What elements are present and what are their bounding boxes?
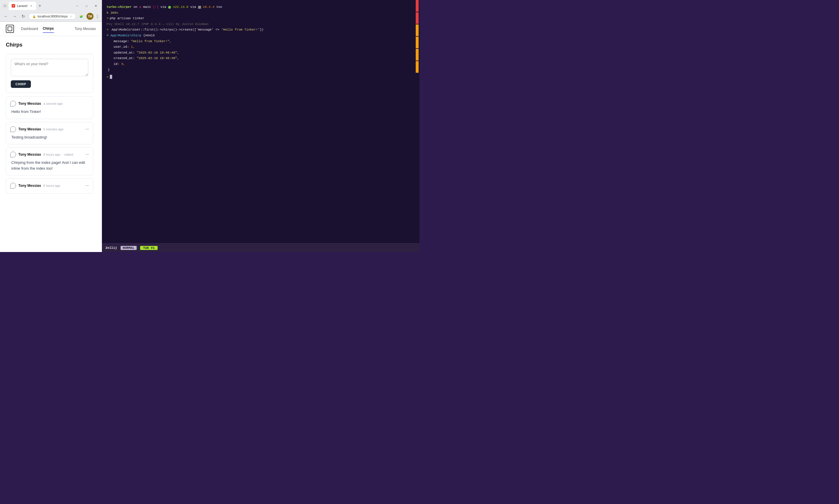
bar-red2 (416, 12, 418, 24)
terminal-cmd2-user: App\Models\User::first()->chirps()->crea… (110, 28, 223, 33)
tab-bar: ▾ ⚡ Laravel × + − □ × (2, 2, 99, 10)
chirp-menu-btn[interactable]: ··· (85, 127, 89, 131)
terminal-prompt: > (107, 16, 109, 21)
tab-close-btn[interactable]: × (29, 4, 33, 8)
address-bar-row: ← → ↻ 🔒 localhost:8000/chirps ☆ 🧩 TM ⋮ (2, 12, 99, 21)
terminal-prompt2: > (107, 28, 109, 33)
chirp-menu-btn[interactable]: ··· (85, 152, 89, 157)
chirp-time: a second ago (44, 102, 63, 105)
term-too: too (217, 5, 222, 10)
tab-dropdown-btn[interactable]: ▾ (2, 3, 7, 8)
tab-title: Laravel (17, 4, 28, 7)
back-btn[interactable]: ← (2, 13, 9, 20)
term-msg-val: "Hello from Tinker!", (131, 39, 171, 44)
browser-panel: ▾ ⚡ Laravel × + − □ × ← → ↻ 🔒 localho (0, 0, 102, 252)
nav-chirps[interactable]: Chirps (43, 25, 54, 33)
chirp-item: Tony Messias 6 hours ago · edited ··· Ch… (6, 147, 93, 176)
terminal-cmd2-val: Hello from Tinker! (223, 28, 258, 33)
term-ruby-ver: v8.4.4 (201, 5, 217, 10)
sidebar-bars (415, 0, 420, 240)
terminal-line-cmd2: > App\Models\User::first()->chirps()->cr… (107, 28, 415, 33)
chirp-user: Tony Messias (18, 102, 41, 106)
chirp-edited-badge: · edited (63, 153, 73, 156)
term-id-val: 9, (121, 62, 125, 67)
term-class-name: App\Models\Chirp (110, 33, 141, 38)
term-time: 2m5s (110, 11, 118, 16)
page-body: Chirps CHIRP Tony Messias a second ago H… (0, 36, 99, 202)
bar-orange2 (416, 37, 418, 48)
lock-icon: 🔒 (32, 15, 36, 18)
terminal-result-close: } (107, 68, 415, 73)
chat-bubble-icon (10, 151, 16, 158)
status-tab-badge: Tab #1 (140, 246, 158, 250)
bar-red (416, 0, 418, 12)
terminal-result-created: created_at: "2025-02-16 19:48:48", (107, 56, 415, 61)
browser-menu-btn[interactable]: ⋮ (95, 14, 99, 19)
terminal-result-updated: updated_at: "2025-02-16 19:48:48", (107, 50, 415, 56)
chirp-menu-btn[interactable]: ··· (85, 184, 89, 188)
profile-avatar: TM (87, 13, 93, 20)
new-chirp-form: CHIRP (6, 54, 93, 93)
chat-bubble-icon (10, 126, 16, 132)
chirp-user: Tony Messias (18, 184, 41, 188)
terminal-cmd2-close: ']) (258, 28, 264, 33)
chirp-item: Tony Messias 5 minutes ago ··· Testing b… (6, 122, 93, 145)
term-via2: via (190, 5, 198, 10)
address-bar[interactable]: 🔒 localhost:8000/chirps ☆ (29, 13, 76, 19)
terminal-prompt3: > (107, 75, 109, 80)
term-crt-key: created_at: (114, 56, 137, 61)
bar-orange3 (416, 49, 418, 60)
terminal-result-message: message: "Hello from Tinker!", (107, 39, 415, 44)
status-mode-badge: NORMAL (121, 246, 137, 250)
chirp-item: Tony Messias 6 hours ago ··· (6, 178, 93, 194)
term-upd-val: "2025-02-16 19:48:48", (137, 50, 179, 56)
term-via1: via (158, 5, 168, 10)
term-branch: main (141, 5, 153, 10)
chirp-submit-btn[interactable]: CHIRP (11, 80, 31, 88)
terminal-blank-line: > (107, 75, 415, 80)
terminal-cursor (110, 75, 112, 79)
browser-tab[interactable]: ⚡ Laravel × (9, 2, 36, 10)
nav-user: Tony Messias (74, 27, 96, 31)
extensions-btn[interactable]: 🧩 (78, 13, 85, 20)
node-icon (168, 6, 171, 9)
chirp-header: Tony Messias 6 hours ago · edited ··· (10, 151, 89, 158)
terminal-line-psy: Psy Shell v0.12.7 (PHP 8.4.4 — cli) by J… (107, 22, 415, 27)
profile-btn[interactable]: TM (87, 13, 93, 20)
bar-orange4 (416, 61, 418, 73)
terminal-command1: php artisan tinker (110, 16, 144, 21)
forward-btn[interactable]: → (11, 13, 18, 20)
term-upd-key: updated_at: (114, 50, 137, 56)
chat-bubble-icon (10, 101, 16, 107)
window-maximize-btn[interactable]: □ (83, 2, 90, 9)
nav-links: Dashboard Chirps (21, 25, 68, 33)
term-node-ver: v22.14.0 (171, 5, 190, 10)
window-close-btn[interactable]: × (92, 2, 99, 9)
chirp-item: Tony Messias a second ago Hello from Tin… (6, 96, 93, 119)
chirp-input[interactable] (11, 59, 88, 76)
chirp-header: Tony Messias a second ago (10, 101, 89, 107)
term-crt-val: "2025-02-16 19:48:48", (137, 56, 179, 61)
logo-inner-icon (7, 26, 12, 31)
chirp-time: 6 hours ago (44, 184, 60, 187)
terminal-panel: turbo-chirper on ψ main [!] via v22.14.0… (102, 0, 420, 252)
new-tab-btn[interactable]: + (37, 3, 42, 9)
window-minimize-btn[interactable]: − (74, 2, 81, 9)
terminal-psy-text: Psy Shell v0.12.7 (PHP 8.4.4 — cli) by J… (107, 22, 209, 27)
chirp-text: Chirping from the index page! And I can … (10, 160, 89, 171)
terminal-result-class: = App\Models\Chirp {#6415 (107, 33, 415, 38)
app-content: Dashboard Chirps Tony Messias Chirps CHI… (0, 22, 102, 252)
chat-bubble-icon (10, 183, 16, 188)
reload-btn[interactable]: ↻ (20, 13, 27, 20)
term-project: turbo-chirper (107, 5, 132, 10)
bar-orange (416, 24, 418, 36)
chirp-header: Tony Messias 5 minutes ago ··· (10, 126, 89, 132)
chirp-header: Tony Messias 6 hours ago ··· (10, 183, 89, 188)
status-app-name: Zellij (105, 246, 117, 250)
chirp-time: 6 hours ago (44, 153, 60, 156)
chirp-text: Hello from Tinker! (10, 109, 89, 115)
terminal-line-cmd1: > php artisan tinker (107, 16, 415, 21)
term-branch-icon: ψ (139, 5, 141, 10)
nav-dashboard[interactable]: Dashboard (21, 25, 38, 33)
browser-chrome: ▾ ⚡ Laravel × + − □ × ← → ↻ 🔒 localho (0, 0, 102, 22)
